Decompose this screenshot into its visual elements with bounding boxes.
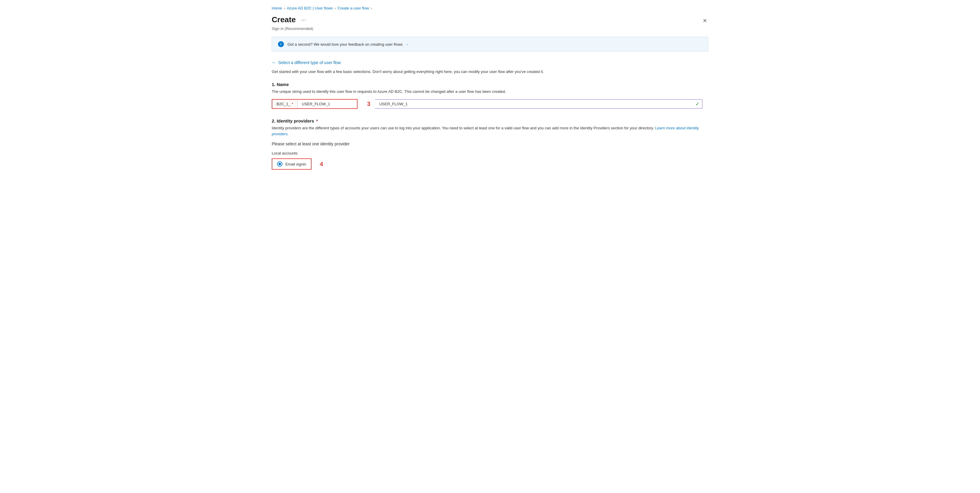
name-short-input-cell[interactable] [298, 100, 357, 108]
info-icon: i [278, 41, 284, 47]
email-signin-radio-button[interactable] [277, 162, 282, 167]
section-name-desc: The unique string used to identify this … [272, 89, 708, 95]
annotation-4: 4 [320, 161, 323, 168]
breadcrumb: Home › Azure AD B2C | User flows › Creat… [272, 6, 708, 10]
identity-provider-radio-group: Email signin 4 [272, 159, 708, 170]
section-name: 1. Name The unique string used to identi… [272, 82, 708, 109]
breadcrumb-home[interactable]: Home [272, 6, 282, 10]
close-button[interactable]: ✕ [702, 16, 708, 25]
please-select-text: Please select at least one identity prov… [272, 141, 708, 146]
select-link-arrow-icon: ← [272, 60, 277, 65]
name-full-input-wrapper[interactable]: ✓ [375, 99, 702, 109]
name-full-input[interactable] [375, 99, 702, 109]
identity-required-asterisk: * [316, 118, 318, 124]
breadcrumb-sep-1: › [284, 6, 285, 10]
name-short-input[interactable] [298, 100, 357, 108]
name-prefix-label: B2C_1_ [277, 102, 290, 106]
breadcrumb-sep-2: › [335, 6, 336, 10]
annotation-3: 3 [367, 101, 370, 107]
name-prefix-input-group: B2C_1_ * [272, 99, 358, 109]
local-accounts-label: Local accounts [272, 151, 708, 155]
breadcrumb-azure-ad[interactable]: Azure AD B2C | User flows [287, 6, 333, 10]
section-identity: 2. Identity providers * Identity provide… [272, 118, 708, 170]
email-signin-row: Email signin 4 [272, 159, 708, 170]
name-required-asterisk: * [292, 102, 293, 106]
select-different-type-link[interactable]: ← Select a different type of user flow [272, 60, 708, 65]
breadcrumb-create-user-flow[interactable]: Create a user flow [338, 6, 369, 10]
page-subtitle: Sign in (Recommended) [272, 26, 708, 31]
select-link-label: Select a different type of user flow [278, 60, 341, 65]
description-text: Get started with your user flow with a f… [272, 69, 708, 75]
name-prefix-cell: B2C_1_ * [272, 100, 298, 108]
page-title: Create [272, 15, 296, 24]
email-signin-label: Email signin [285, 162, 306, 166]
info-banner-link[interactable]: → [405, 42, 409, 47]
breadcrumb-sep-3: › [371, 6, 372, 10]
name-check-icon: ✓ [695, 101, 699, 107]
section-identity-heading: 2. Identity providers * [272, 118, 708, 124]
info-banner-text: Got a second? We would love your feedbac… [288, 42, 409, 47]
email-signin-radio-outline[interactable]: Email signin [272, 159, 312, 170]
section-identity-desc: Identity providers are the different typ… [272, 125, 708, 137]
section-name-heading: 1. Name [272, 82, 708, 87]
ellipsis-button[interactable]: ··· [299, 16, 308, 24]
info-banner: i Got a second? We would love your feedb… [272, 37, 708, 52]
